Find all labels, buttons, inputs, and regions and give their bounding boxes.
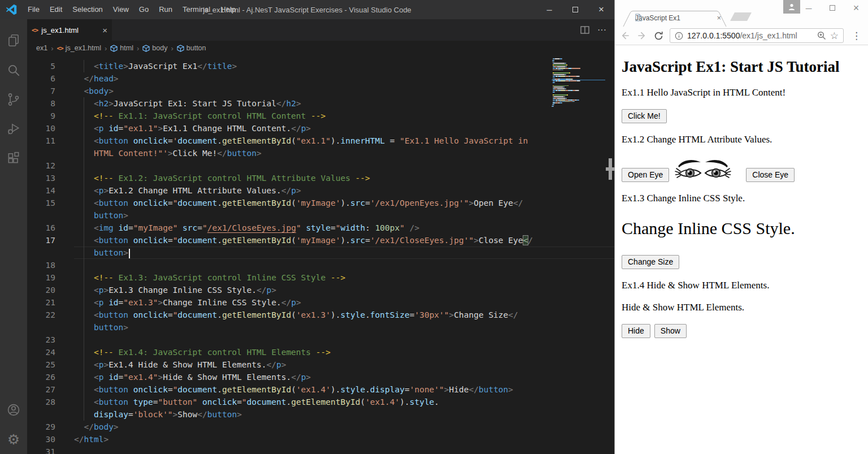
code-line[interactable]: <h2>JavaScript Ex1: Start JS Tutorial</h… [74, 97, 614, 110]
code-line[interactable]: button> [74, 209, 614, 222]
star-bookmark-icon[interactable]: ☆ [830, 30, 839, 42]
breadcrumb-symbol-button[interactable]: button [177, 44, 206, 52]
editor-code[interactable]: <title>JavaScript Ex1</title> </head> <b… [55, 60, 614, 454]
line-number [27, 209, 55, 222]
address-bar[interactable]: 127.0.0.1:5500/ex1/js_ex1.html ☆ [670, 28, 844, 43]
code-line[interactable]: <p>Ex1.4 Hide & Show HTML Elements.</p> [74, 358, 614, 371]
open-eye-button[interactable]: Open Eye [622, 168, 669, 182]
menu-edit[interactable]: Edit [45, 0, 67, 19]
code-line[interactable]: <title>JavaScript Ex1</title> [74, 60, 614, 72]
click-me-button[interactable]: Click Me! [622, 109, 667, 123]
code-editor[interactable]: 5678910111213141516171819202122232425262… [27, 55, 614, 454]
chevron-right-icon: › [105, 44, 107, 53]
code-line[interactable]: <button onclick="document.getElementById… [74, 309, 614, 321]
line-number: 13 [27, 172, 55, 184]
code-line[interactable]: <!-- Ex1.4: JavaScript control HTML Elem… [74, 346, 614, 358]
tab-close-icon[interactable]: × [102, 25, 107, 35]
vscode-titlebar: File Edit Selection View Go Run Terminal… [0, 0, 614, 19]
line-number: 25 [27, 358, 55, 371]
chrome-close-button[interactable]: × [844, 0, 868, 16]
chrome-window: JavaScript Ex1 × ─ × [614, 0, 868, 454]
code-line[interactable]: <p id="ex1.3">Change Inline CSS Style.</… [74, 296, 614, 309]
line-number: 5 [27, 60, 55, 72]
chevron-right-icon: › [51, 44, 53, 53]
code-line[interactable]: <button onclick="document.getElementById… [74, 197, 614, 209]
explorer-icon[interactable] [0, 26, 27, 55]
run-debug-icon[interactable] [0, 114, 27, 144]
menu-help[interactable]: Help [215, 0, 241, 19]
menu-run[interactable]: Run [154, 0, 177, 19]
settings-gear-icon[interactable]: ⚙ [0, 425, 27, 454]
breadcrumb-folder[interactable]: ex1 [36, 44, 47, 52]
code-line[interactable] [74, 159, 614, 172]
window-resize-handle[interactable] [605, 158, 615, 180]
line-number: 31 [27, 446, 55, 454]
menu-dots-icon[interactable]: ⋮ [849, 30, 863, 42]
close-eye-button[interactable]: Close Eye [746, 168, 795, 182]
code-line[interactable]: <img id="myImage" src="/ex1/CloseEyes.jp… [74, 222, 614, 234]
menu-file[interactable]: File [23, 0, 45, 19]
breadcrumb-symbol-html[interactable]: html [110, 44, 133, 52]
chrome-tab-close-icon[interactable]: × [717, 14, 721, 22]
hide-button[interactable]: Hide [622, 324, 650, 338]
paragraph-ex1-3: Ex1.3 Change Inline CSS Style. [622, 193, 861, 204]
menu-terminal[interactable]: Terminal [177, 0, 215, 19]
zoom-in-icon[interactable] [817, 31, 826, 40]
code-line[interactable]: </html> [74, 433, 614, 446]
code-line[interactable]: <p>Ex1.2 Change HTML Attribute Values.</… [74, 184, 614, 197]
vscode-minimize-button[interactable]: ─ [536, 0, 562, 19]
chrome-maximize-button[interactable] [821, 0, 844, 16]
code-line[interactable]: <p>Ex1.3 Change Inline CSS Style.</p> [74, 284, 614, 296]
code-line[interactable]: <!-- Ex1.1: JavaScript control HTML Cont… [74, 110, 614, 122]
code-line[interactable] [74, 446, 614, 454]
code-line[interactable]: <p id="ex1.4">Hide & Show HTML Elements.… [74, 371, 614, 383]
breadcrumb-symbol-body[interactable]: body [142, 44, 167, 52]
code-line[interactable]: HTML Content!"'>Click Me!</button> [74, 147, 614, 159]
line-number: 6 [27, 72, 55, 85]
code-line[interactable]: </body> [74, 421, 614, 433]
back-icon[interactable] [619, 30, 631, 41]
show-button[interactable]: Show [654, 324, 687, 338]
line-number: 8 [27, 97, 55, 110]
menu-selection[interactable]: Selection [67, 0, 107, 19]
breadcrumb-file[interactable]: <> js_ex1.html [57, 44, 101, 52]
code-line[interactable]: <button onclick="document.getElementById… [74, 234, 614, 247]
menu-go[interactable]: Go [134, 0, 154, 19]
extensions-icon[interactable] [0, 144, 27, 173]
code-line[interactable]: display='block'">Show</button> [74, 408, 614, 421]
accounts-icon[interactable] [0, 395, 27, 425]
menu-view[interactable]: View [108, 0, 134, 19]
more-actions-icon[interactable]: ··· [597, 25, 606, 35]
code-line[interactable]: <body> [74, 85, 614, 97]
code-line[interactable]: button> [74, 321, 614, 334]
chrome-minimize-button[interactable]: ─ [797, 0, 821, 16]
line-number: 20 [27, 284, 55, 296]
search-icon[interactable] [0, 55, 27, 85]
reload-icon[interactable] [653, 31, 664, 41]
page-info-icon[interactable] [675, 32, 683, 40]
minimap[interactable] [552, 58, 605, 109]
line-number: 15 [27, 197, 55, 209]
code-line[interactable]: </head> [74, 72, 614, 85]
breadcrumb: ex1 › <> js_ex1.html › html › [27, 41, 614, 55]
code-line[interactable] [74, 259, 614, 271]
tab-js-ex1[interactable]: <> js_ex1.html × [27, 19, 112, 41]
vscode-close-button[interactable]: × [588, 0, 614, 19]
vscode-maximize-button[interactable] [562, 0, 588, 19]
chrome-tab[interactable]: JavaScript Ex1 × [623, 11, 728, 27]
new-tab-button[interactable] [730, 12, 752, 21]
code-line[interactable]: <button type="button" onclick="document.… [74, 396, 614, 408]
vscode-menubar: File Edit Selection View Go Run Terminal… [23, 0, 241, 19]
code-line[interactable]: button> [74, 247, 614, 259]
code-line[interactable]: <button onclick="document.getElementById… [74, 383, 614, 396]
code-line[interactable]: <!-- Ex1.2: JavaScript control HTML Attr… [74, 172, 614, 184]
code-line[interactable] [74, 334, 614, 346]
code-line[interactable]: <!-- Ex1.3: JavaScript control Inline CS… [74, 271, 614, 284]
split-editor-icon[interactable] [580, 26, 589, 34]
line-number: 12 [27, 159, 55, 172]
code-line[interactable]: <button onclick='document.getElementById… [74, 135, 614, 147]
change-size-button[interactable]: Change Size [622, 255, 679, 269]
source-control-icon[interactable] [0, 85, 27, 114]
forward-icon[interactable] [636, 30, 648, 41]
code-line[interactable]: <p id="ex1.1">Ex1.1 Change HTML Content.… [74, 122, 614, 135]
